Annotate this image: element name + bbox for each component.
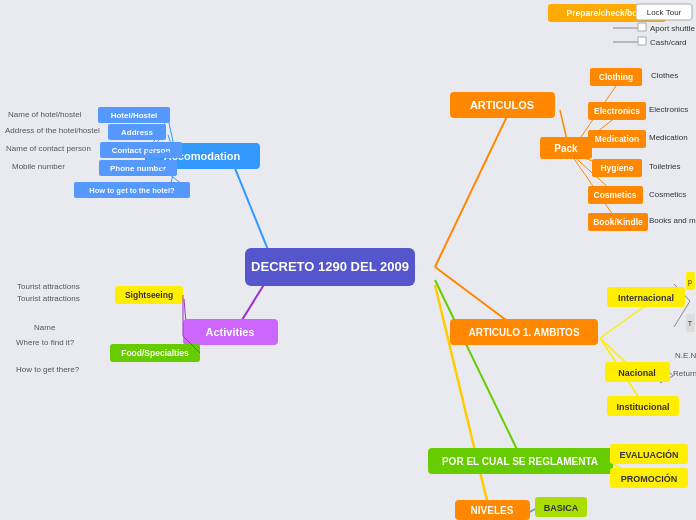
por-el-cual-label: POR EL CUAL SE REGLAMENTA bbox=[442, 456, 598, 467]
aport-shuttle-label: Aport shuttle bbox=[650, 24, 695, 33]
how-get-there-label: How to get there? bbox=[16, 365, 80, 374]
cash-card-label: Cash/card bbox=[650, 38, 686, 47]
internacional-label: Internacional bbox=[618, 293, 674, 303]
nacional-label: Nacional bbox=[618, 368, 656, 378]
cosmetics-right-label: Cosmetics bbox=[649, 190, 686, 199]
medication-label: Medication bbox=[595, 134, 639, 144]
institucional-label: Institucional bbox=[616, 402, 669, 412]
mobile-number-label: Mobile number bbox=[12, 162, 65, 171]
electronics-label: Electronics bbox=[594, 106, 640, 116]
food-specialties-label: Food/Specialties bbox=[121, 348, 189, 358]
articulos-label: ARTICULOS bbox=[470, 99, 534, 111]
promocion-label: PROMOCIÓN bbox=[621, 473, 678, 484]
electronics-right-label: Electronics bbox=[649, 105, 688, 114]
book-kindle-label: Book/Kindle bbox=[593, 217, 643, 227]
name-activity-label: Name bbox=[34, 323, 56, 332]
clothing-label: Clothing bbox=[599, 72, 633, 82]
basica-label: BASICA bbox=[544, 503, 579, 513]
tourist-attractions-label2: Tourist attractions bbox=[17, 294, 80, 303]
activities-label: Activities bbox=[206, 326, 255, 338]
tick-label: T bbox=[688, 320, 693, 327]
cash-checkbox[interactable] bbox=[638, 37, 646, 45]
lock-tour-label: Lock Tour bbox=[647, 8, 682, 17]
articulo1-label: ARTICULO 1. AMBITOS bbox=[468, 327, 579, 338]
hotel-hostel-label: Hotel/Hostel bbox=[111, 111, 158, 120]
name-contact-label: Name of contact person bbox=[6, 144, 91, 153]
pack-label: Pack bbox=[554, 143, 578, 154]
central-label: DECRETO 1290 DEL 2009 bbox=[251, 259, 409, 274]
prom-label: p bbox=[688, 278, 692, 286]
toiletries-right-label: Toiletries bbox=[649, 162, 681, 171]
tourist-attractions-label1: Tourist attractions bbox=[17, 282, 80, 291]
nen-label: N.E.N bbox=[675, 351, 696, 360]
niveles-label: NIVELES bbox=[471, 505, 514, 516]
cosmetics-label: Cosmetics bbox=[594, 190, 637, 200]
how-to-hotel-label: How to get to the hotel? bbox=[89, 186, 175, 195]
name-hotel-label: Name of hotel/hostel bbox=[8, 110, 82, 119]
evaluacion-label: EVALUACIÓN bbox=[620, 449, 679, 460]
address-label: Address bbox=[121, 128, 154, 137]
medication-right-label: Medication bbox=[649, 133, 688, 142]
books-right-label: Books and m.. bbox=[649, 216, 696, 225]
where-find-label: Where to find it? bbox=[16, 338, 75, 347]
sightseeing-label: Sightseeing bbox=[125, 290, 173, 300]
aport-checkbox[interactable] bbox=[638, 23, 646, 31]
clothes-right-label: Clothes bbox=[651, 71, 678, 80]
return-label: Return N.. bbox=[673, 369, 696, 378]
address-of-hotel-label: Address of the hotel/hostel bbox=[5, 126, 100, 135]
hygiene-label: Hygiene bbox=[600, 163, 633, 173]
